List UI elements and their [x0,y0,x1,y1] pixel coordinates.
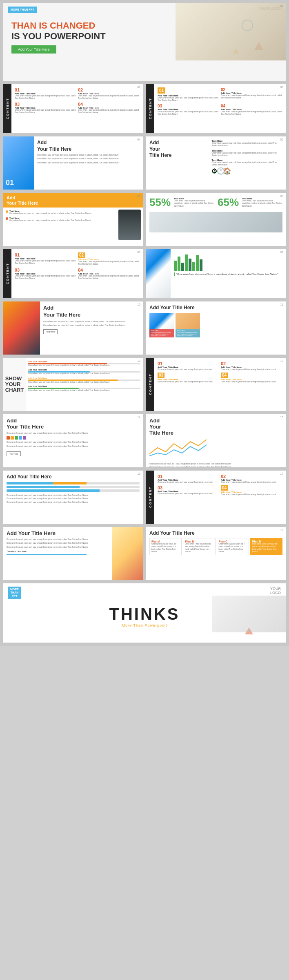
slide-12: 12 SHOWYOURCHART Add Your Title Here Onc… [3,358,143,411]
gear-icon: ⚙ [212,169,217,174]
text-item-2: Text Here Once when I was six years old … [6,217,114,222]
home-icon: 🏠 [225,169,230,174]
slide14-content: AddYour Title Here Once when I was six y… [3,414,143,460]
slide-9: 09 [146,249,286,298]
plan-b-title: Plan B [185,540,213,543]
bar-6 [192,262,195,271]
dot-4 [19,436,22,440]
dot-5 [23,436,26,440]
content-sidebar-1: CONTENT [3,84,11,133]
row-4-5: 04 01 AddYour Title Here Once when I was… [3,136,286,190]
bar-4 [185,254,188,271]
bar-3 [181,263,184,271]
progress-4: Add Your Title Here Once when I was six … [28,385,140,392]
num-item-9: 01 Add Your Title Here Once when I was s… [15,252,76,266]
slide-num-7: 07 [280,194,283,197]
plan-a: Plan A Once when I was six years old I s… [149,538,182,555]
slide-19: 19 Add Your Title Here Plan A Once when … [146,527,286,580]
slide-content-2: 03 CONTENT 01 Add Your Title Here Once w… [146,84,286,133]
icon-item-1: Text Here Once when I was six years old … [212,140,282,147]
hbar-1 [7,482,140,484]
slide-14: 14 AddYour Title Here Once when I was si… [3,414,143,467]
pct-55: 55% [149,196,171,208]
num-item-5: 01 Add Your Title Here Once when I was s… [158,87,219,102]
slide4-img-area: 01 [3,136,34,190]
slide-8: 08 CONTENT 01 Add Your Title Here Once w… [3,249,143,298]
pct-55-block: 55% [149,196,171,209]
slide4-title: AddYour Title Here [37,140,140,152]
num-grid-1: 01 Add Your Title Here Once when I was s… [15,87,140,114]
row-2-3: 02 CONTENT 01 Add Your Title Here Once w… [3,84,286,133]
num-item-13: 01 Add Your Title Here Once when I was s… [158,361,219,371]
show-chart-title: SHOWYOURCHART [5,376,24,393]
slide19-title: Add Your Title Here [149,530,282,536]
slide-num-5: 05 [280,138,283,141]
hbar-track-2 [7,486,140,488]
num-item-11: 03 Add Your Title Here Once when I was s… [15,268,76,280]
pct-row: 55% Text Here Once when I was six years … [149,196,282,209]
bar-8 [200,259,202,271]
content-main-1: 01 Add Your Title Here Once when I was s… [11,84,143,133]
slide-num-13: 13 [280,359,283,362]
content-sidebar-4: CONTENT [146,358,154,411]
big-num-01: 01 [6,179,14,187]
cover-btn[interactable]: Add Your Title Here [11,45,56,54]
slide-num-15: 15 [280,416,283,419]
slide5-content: AddYourTitle Here [146,136,212,190]
num-item-20: 04 Add Your Title Here Once when I was s… [221,485,282,496]
dot-orange [6,210,8,213]
slide-footer: MORETHANPPT YOURLOGO THINKS More Than Po… [3,583,286,643]
slide-4: 04 01 AddYour Title Here Once when I was… [3,136,143,190]
hbar-track-3 [7,489,140,492]
num-item-3: 03 Add Your Title Here Once when I was s… [15,102,76,114]
text-here-btn-1[interactable]: Text Here [43,329,58,334]
row-8-9: 08 CONTENT 01 Add Your Title Here Once w… [3,249,286,298]
slide12-content: Add Your Title Here Once when I was six … [26,358,143,411]
num-item-19: 03 Add Your Title Here Once when I was s… [158,485,219,496]
hbar-fill-1b [53,482,87,484]
num-item-7: 03 Add Your Title Here Once when I was s… [158,104,219,116]
plan-c: Plan C Once when I was six years old I s… [217,538,249,555]
text-here-btn-2[interactable]: Text Here [7,451,21,456]
row-12-13: 12 SHOWYOURCHART Add Your Title Here Onc… [3,358,286,411]
hbar-fill-1c [87,482,140,484]
progress-3: Add Your Title Here Once when I was six … [28,377,140,384]
overlay-label: Text Here Once when I was six years old … [149,329,174,337]
slide-num-11: 11 [280,303,283,306]
num-item-10: 02 Add Your Title Here Once when I was s… [78,252,140,266]
slide4-desc: Once when I was six years old I saw a ma… [37,154,140,156]
overlay-label-2: Text Here Once when I was six years old … [176,329,200,337]
arch-photo-2: Text Here Once when I was six years old … [149,313,174,337]
num-item-4: 04 Add Your Title Here Once when I was s… [78,102,140,114]
slide-10: 10 AddYour Title Here Once when I was si… [3,301,143,355]
slide6-header: AddYour Title Here [3,193,143,208]
slide8-content: 01 Add Your Title Here Once when I was s… [11,249,143,298]
slide7-woman [149,212,282,232]
row-6-7: 06 AddYour Title Here Text Here Once whe… [3,193,286,246]
slide-5: 05 AddYourTitle Here Text Here Once when… [146,136,286,190]
icon-item-3: Text Here Once when I was six years old … [212,159,282,167]
plan-b: Plan B Once when I was six years old I s… [183,538,215,555]
logo-box: MORE THAN PPT [8,7,37,13]
row-18-19: 18 Add Your Title Here Once when I was s… [3,527,286,580]
hbar-fill-3a [7,489,100,492]
row-14-15: 14 AddYour Title Here Once when I was si… [3,414,286,467]
slide16-desc-block: Once when I was six years old I saw a ma… [7,494,140,504]
num-grid-3: 01 Add Your Title Here Once when I was s… [15,252,140,280]
pct-65-block: 65% [218,196,239,209]
hbar-fill-3b [100,489,140,492]
progress-1: Add Your Title Here Once when I was six … [28,360,140,367]
slide-6: 06 AddYour Title Here Text Here Once whe… [3,193,143,246]
slide6-title: AddYour Title Here [7,195,140,206]
slide11-content: Add Your Title Here Text Here Once when … [146,301,286,341]
footer-logo-box: MORETHANPPT [8,587,21,599]
bar-chart [174,252,282,271]
slide17-content: 01 Add Your Title Here Once when I was s… [154,471,286,524]
pct-65-desc: Text Here Once when I was six years old … [242,197,282,208]
slide9-content: "Once when I was six years old I saw a m… [171,249,286,298]
slide-cover: MORE THAN PPT YOUR LOGO THAN IS CHANGED … [3,3,286,81]
plan-c-title: Plan C [219,540,247,543]
slide-17: 17 CONTENT 01 Add Your Title Here Once w… [146,471,286,524]
sunset-image [3,301,40,355]
slide-num-2: 02 [137,86,140,89]
